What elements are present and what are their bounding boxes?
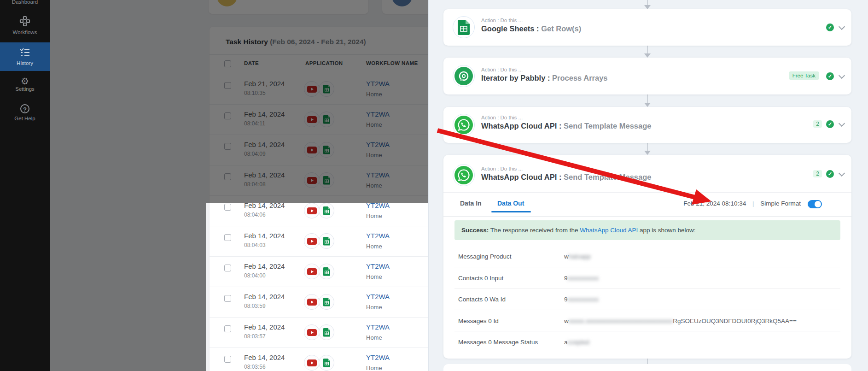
sidebar-item-label: History	[0, 60, 50, 66]
toggle-knob	[815, 201, 821, 207]
arrow-down-icon	[644, 5, 651, 9]
row-checkbox[interactable]	[224, 265, 231, 271]
row-date: Feb 14, 2024	[244, 232, 285, 240]
row-checkbox[interactable]	[224, 204, 231, 211]
table-row[interactable]: Feb 14, 2024 08:04:00 YT2WA Home	[210, 257, 449, 287]
row-time: 08:03:56	[244, 364, 266, 370]
tab-data-in[interactable]: Data In	[460, 200, 482, 207]
workflow-detail-panel: Action : Do this ... Google Sheets : Get…	[428, 0, 868, 371]
table-row[interactable]: Feb 14, 2024 08:03:57 YT2WA Home	[210, 318, 449, 348]
row-time: 08:03:57	[244, 333, 266, 340]
workflow-link[interactable]: YT2WA	[366, 353, 390, 361]
row-time: 08:04:00	[244, 272, 266, 279]
meta-separator: |	[752, 200, 754, 207]
row-date: Feb 14, 2024	[244, 323, 285, 331]
workflow-link[interactable]: YT2WA	[366, 323, 390, 331]
step-card-whatsapp[interactable]: Action : Do this ... WhatsApp Cloud API …	[443, 107, 851, 143]
youtube-icon	[304, 233, 320, 249]
divider	[443, 216, 851, 217]
blurred-value: xxxxxxxxxx	[568, 275, 599, 282]
google-sheets-icon	[453, 16, 475, 38]
table-row[interactable]: Feb 14, 2024 08:04:03 YT2WA Home	[210, 226, 449, 257]
table-row[interactable]: Feb 14, 2024 08:03:59 YT2WA Home	[210, 287, 449, 318]
workflow-folder: Home	[366, 365, 382, 371]
divider	[454, 267, 840, 267]
sidebar-item-workflows[interactable]: Workflows	[0, 16, 50, 35]
chevron-down-icon[interactable]	[839, 120, 845, 127]
workflow-link[interactable]: YT2WA	[366, 232, 390, 240]
success-prefix: Success:	[461, 227, 489, 234]
active-tab-underline	[491, 211, 531, 212]
sidebar-item-history[interactable]: History	[0, 42, 50, 71]
execution-meta: Feb 21, 2024 08:10:34 | Simple Format	[683, 200, 801, 207]
workflows-icon	[0, 16, 50, 27]
step-card-whatsapp-expanded: Action : Do this ... WhatsApp Cloud API …	[443, 155, 851, 359]
history-icon	[0, 47, 50, 58]
whatsapp-icon	[453, 164, 475, 186]
google-sheets-icon	[319, 355, 334, 371]
gear-icon: ⚙	[0, 76, 50, 86]
row-time: 08:03:59	[244, 303, 266, 309]
blurred-value: hatsapp	[569, 253, 591, 260]
row-date: Feb 14, 2024	[244, 353, 285, 361]
field-value: whatsapp	[564, 253, 591, 260]
divider	[454, 331, 840, 331]
blurred-value: xxxxx.xxxxxxxxxxxxxxxxxxxxxxxxxxxx	[569, 318, 673, 324]
chevron-down-icon[interactable]	[839, 24, 845, 30]
success-alert: Success: The response received from the …	[454, 220, 840, 240]
row-checkbox[interactable]	[224, 356, 231, 363]
row-date: Feb 14, 2024	[244, 293, 285, 300]
next-step-card	[443, 364, 851, 371]
workflow-folder: Home	[366, 273, 382, 280]
sidebar-item-dashboard[interactable]: Dashboard	[0, 0, 50, 5]
field-label: Messages 0 Message Status	[458, 339, 538, 346]
step-connector	[647, 46, 648, 53]
step-card-google-sheets[interactable]: Action : Do this ... Google Sheets : Get…	[443, 9, 851, 46]
tutorial-dim-overlay	[50, 203, 206, 371]
youtube-icon	[304, 294, 320, 310]
help-icon: ?	[20, 104, 29, 113]
workflow-link[interactable]: YT2WA	[366, 293, 390, 300]
step-action-line: Action : Do this ...	[481, 166, 523, 171]
google-sheets-icon	[319, 233, 334, 249]
field-value: 9xxxxxxxxxx	[564, 296, 599, 303]
task-count-badge: 2	[813, 120, 822, 128]
format-label: Simple Format	[760, 200, 801, 207]
field-label: Messaging Product	[458, 253, 512, 260]
step-connector	[647, 359, 648, 364]
arrow-down-icon	[644, 53, 651, 58]
step-title: Iterator by Pabbly : Process Arrays	[481, 74, 608, 82]
step-connector	[647, 0, 648, 5]
divider	[454, 288, 840, 289]
divider	[443, 192, 851, 193]
execution-timestamp: Feb 21, 2024 08:10:34	[683, 200, 746, 207]
success-check-icon: ✓	[826, 120, 834, 128]
sidebar-item-label: Dashboard	[0, 0, 50, 5]
table-row[interactable]: Feb 14, 2024 08:03:56 YT2WA Home	[210, 348, 449, 371]
arrow-down-icon	[644, 103, 651, 107]
google-sheets-icon	[319, 264, 334, 279]
blurred-value: xxxxxxxxxx	[568, 296, 599, 303]
step-title: Google Sheets : Get Row(s)	[481, 24, 581, 33]
field-label: Contacts 0 Input	[458, 275, 503, 282]
workflow-folder: Home	[366, 334, 382, 341]
chevron-up-icon[interactable]	[839, 170, 845, 177]
step-title: WhatsApp Cloud API : Send Template Messa…	[481, 122, 651, 130]
tab-data-out[interactable]: Data Out	[497, 200, 524, 207]
whatsapp-cloud-api-link[interactable]: WhatsApp Cloud API	[580, 227, 638, 234]
simple-format-toggle[interactable]	[808, 200, 822, 208]
row-checkbox[interactable]	[224, 325, 231, 332]
free-task-badge: Free Task	[789, 71, 819, 80]
sidebar-item-label: Get Help	[0, 116, 50, 121]
row-date: Feb 14, 2024	[244, 262, 285, 270]
row-checkbox[interactable]	[224, 295, 231, 302]
youtube-icon	[304, 203, 320, 218]
sidebar-item-settings[interactable]: ⚙ Settings	[0, 76, 50, 92]
youtube-icon	[304, 355, 320, 371]
chevron-down-icon[interactable]	[839, 72, 845, 79]
sidebar-item-get-help[interactable]: ? Get Help	[0, 104, 50, 121]
workflow-link[interactable]: YT2WA	[366, 262, 390, 270]
step-card-iterator[interactable]: Action : Do this ... Iterator by Pabbly …	[443, 58, 851, 94]
row-checkbox[interactable]	[224, 234, 231, 241]
youtube-icon	[304, 264, 320, 279]
